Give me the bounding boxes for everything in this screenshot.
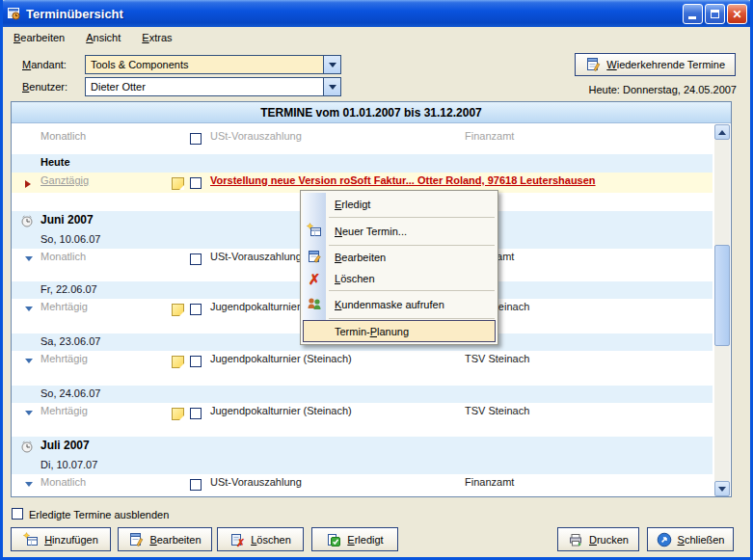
edit-icon <box>306 249 323 266</box>
section-header-heute: Heute <box>12 154 713 173</box>
scrollbar-thumb[interactable] <box>714 245 730 346</box>
mandant-value: Tools & Components <box>86 56 323 73</box>
menubar: Bearbeiten Ansicht Extras <box>3 27 750 47</box>
close-button[interactable]: ✕ <box>727 4 747 24</box>
context-menu-item-bearbeiten[interactable]: Bearbeiten <box>303 247 496 268</box>
month-label: Juli 2007 <box>40 439 90 452</box>
done-button[interactable]: Erledigt <box>311 527 398 551</box>
benutzer-dropdown-button[interactable] <box>323 78 340 95</box>
menu-separator <box>329 290 495 291</box>
edit-button[interactable]: Bearbeiten <box>118 527 212 551</box>
svg-text:✗: ✗ <box>236 537 245 547</box>
mandant-select[interactable]: Tools & Components <box>85 55 341 74</box>
close-dialog-button-label: Schließen <box>678 534 725 546</box>
recurring-appointments-label: Wiederkehrende Termine <box>606 59 725 70</box>
date-label: Di, 10.07.07 <box>40 459 97 470</box>
recurrence-label: Monatlich <box>40 251 86 262</box>
checkbox-icon <box>190 133 202 145</box>
menu-separator <box>329 217 495 218</box>
event-contact: TSV Steinach <box>465 353 529 364</box>
maximize-button[interactable] <box>705 4 725 24</box>
app-icon <box>6 6 21 21</box>
scroll-down-button[interactable] <box>714 481 730 496</box>
table-row[interactable]: Monatlich USt-Vorauszahlung Finanzamt <box>12 474 713 492</box>
recurrence-label: Mehrtägig <box>40 405 88 416</box>
edit-button-label: Bearbeiten <box>149 534 201 546</box>
context-menu-item-neuer-termin[interactable]: Neuer Termin... <box>303 219 496 244</box>
terminuebersicht-window: Terminübersicht ✕ Bearbeiten Ansicht Ext… <box>0 0 753 560</box>
delete-icon: ✗ <box>229 532 245 547</box>
menu-bearbeiten[interactable]: Bearbeiten <box>10 30 68 45</box>
print-button[interactable]: Drucken <box>557 527 639 551</box>
table-row[interactable]: Mehrtägig Jugendpokalturnier (Steinach) … <box>12 351 713 368</box>
vertical-scrollbar[interactable] <box>714 124 730 496</box>
mandant-dropdown-button[interactable] <box>323 56 340 73</box>
menu-separator <box>329 318 495 319</box>
edit-icon <box>128 532 144 547</box>
people-icon <box>306 296 323 313</box>
event-description: Jugendpokalturnier (Steinach) <box>210 353 352 364</box>
scroll-up-button[interactable] <box>714 124 730 140</box>
date-row: Di, 10.07.07 <box>12 457 713 474</box>
minimize-icon <box>688 16 696 19</box>
checkbox-icon <box>190 356 202 367</box>
date-label: So, 10.06.07 <box>40 233 100 245</box>
table-row[interactable]: Monatlich USt-Vorauszahlung Finanzamt <box>12 128 713 146</box>
event-contact: Finanzamt <box>465 130 514 142</box>
month-header: Juli 2007 <box>12 437 713 457</box>
add-button[interactable]: Hinzufügen <box>11 527 111 551</box>
event-description: Jugendpokalturnier (Steinach) <box>210 405 352 416</box>
section-label: Heute <box>40 156 70 168</box>
table-row[interactable]: Mehrtägig Jugendpokalturnier (Steinach) … <box>12 403 713 420</box>
delete-button[interactable]: ✗ Löschen <box>217 527 304 551</box>
event-description: USt-Vorauszahlung <box>210 476 302 488</box>
delete-x-icon: ✗ <box>306 272 323 286</box>
delete-button-label: Löschen <box>251 534 291 546</box>
benutzer-select[interactable]: Dieter Otter <box>85 77 341 96</box>
hide-done-checkbox[interactable] <box>12 508 23 520</box>
date-label: Fr, 22.06.07 <box>40 283 97 295</box>
arrow-down-icon <box>718 487 726 492</box>
printer-icon <box>568 532 583 547</box>
event-contact: Finanzamt <box>465 476 514 488</box>
checkbox-icon <box>190 408 202 419</box>
recurrence-label[interactable]: Ganztägig <box>40 174 89 186</box>
close-circle-icon <box>657 532 672 547</box>
chevron-down-icon <box>329 63 336 67</box>
event-contact: TSV Steinach <box>465 405 529 416</box>
recurrence-label: Monatlich <box>40 130 86 142</box>
recurrence-label: Mehrtägig <box>40 353 88 364</box>
context-menu-item-kundenmaske[interactable]: Kundenmaske aufrufen <box>303 292 496 317</box>
month-label: Juni 2007 <box>40 213 94 227</box>
form-pencil-icon <box>585 57 601 72</box>
recurring-appointments-button[interactable]: Wiederkehrende Termine <box>575 53 736 76</box>
recurrence-label: Mehrtägig <box>40 301 88 312</box>
window-title: Terminübersicht <box>26 7 123 21</box>
minimize-button[interactable] <box>683 4 703 24</box>
checkbox-icon <box>190 177 202 189</box>
date-label: So, 24.06.07 <box>40 387 100 399</box>
checkbox-icon <box>190 253 202 265</box>
add-icon <box>23 532 39 547</box>
check-icon <box>326 532 341 547</box>
maximize-icon <box>711 10 719 18</box>
titlebar[interactable]: Terminübersicht ✕ <box>0 0 753 27</box>
context-menu-item-erledigt[interactable]: Erledigt <box>303 193 496 216</box>
today-date-text: Heute: Donnerstag, 24.05.2007 <box>588 84 737 95</box>
date-row: So, 24.06.07 <box>12 386 713 403</box>
context-menu-item-termin-planung[interactable]: Termin-Planung <box>303 320 496 342</box>
context-menu-item-loeschen[interactable]: ✗ Löschen <box>303 268 496 289</box>
hide-done-label: Erledigte Termine ausblenden <box>29 509 169 520</box>
checkbox-icon <box>190 304 202 315</box>
event-description[interactable]: Vorstellung neue Version roSoft Faktur..… <box>210 174 596 186</box>
print-button-label: Drucken <box>589 534 629 546</box>
menu-ansicht[interactable]: Ansicht <box>82 30 124 45</box>
add-button-label: Hinzufügen <box>44 534 98 546</box>
clock-icon <box>19 439 35 456</box>
benutzer-label: Benutzer: <box>22 81 67 93</box>
benutzer-value: Dieter Otter <box>86 78 323 95</box>
close-dialog-button[interactable]: Schließen <box>647 527 734 551</box>
menu-extras[interactable]: Extras <box>138 30 175 45</box>
done-button-label: Erledigt <box>347 534 383 546</box>
recurrence-label: Monatlich <box>40 476 86 488</box>
